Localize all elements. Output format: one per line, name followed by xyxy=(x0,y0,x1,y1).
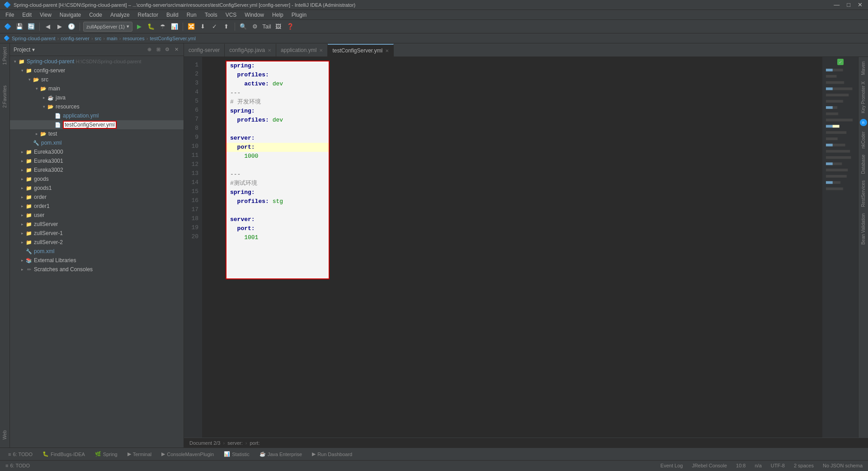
commit-button[interactable]: ✓ xyxy=(210,22,220,32)
help-button[interactable]: ❓ xyxy=(285,22,295,32)
nkcoder-icon[interactable]: n xyxy=(860,119,867,126)
right-panel-rest[interactable]: RestServices xyxy=(860,178,867,210)
bottom-tab-terminal[interactable]: ▶Terminal xyxy=(123,450,156,458)
menu-item-help[interactable]: Help xyxy=(269,11,287,19)
menu-item-view[interactable]: View xyxy=(36,11,55,19)
panel-label-project[interactable]: 1:Project xyxy=(1,43,8,68)
right-panel-bean[interactable]: Bean Validation xyxy=(860,211,867,247)
status-position[interactable]: 10:8 xyxy=(734,463,747,468)
tree-item-src[interactable]: ▾📂src xyxy=(10,75,184,84)
tree-item-user[interactable]: ▸📁user xyxy=(10,211,184,220)
tree-item-pom2[interactable]: 🔧pom.xml xyxy=(10,247,184,256)
tab-close-application-yml[interactable]: ✕ xyxy=(319,48,323,53)
status-event-log[interactable]: Event Log xyxy=(659,463,685,468)
menu-item-run[interactable]: Run xyxy=(183,11,200,19)
run-button[interactable]: ▶ xyxy=(134,22,144,32)
close-panel-button[interactable]: ✕ xyxy=(173,46,180,53)
breadcrumb-item-2[interactable]: src xyxy=(95,36,102,41)
close-button[interactable]: ✕ xyxy=(856,1,864,8)
bottom-tab-findbugs[interactable]: 🐛FindBugs-IDEA xyxy=(38,450,90,458)
tree-item-config-server[interactable]: ▾📁config-server xyxy=(10,66,184,75)
minimize-button[interactable]: — xyxy=(832,1,841,8)
code-editor[interactable]: spring: profiles: active: dev---# 开发环境sp… xyxy=(202,57,822,438)
profile-button[interactable]: 📊 xyxy=(170,22,179,32)
menu-item-plugin[interactable]: Plugin xyxy=(288,11,310,19)
tree-item-order[interactable]: ▸📁order xyxy=(10,193,184,202)
tree-item-Eureka3002[interactable]: ▸📁Eureka3002 xyxy=(10,165,184,174)
tree-item-main[interactable]: ▾📂main xyxy=(10,84,184,93)
add-button[interactable]: ⊕ xyxy=(146,46,153,53)
tree-item-resources[interactable]: ▾📂resources xyxy=(10,102,184,111)
panel-label-web[interactable]: Web xyxy=(1,427,8,443)
search-everywhere[interactable]: 🔍 xyxy=(238,22,248,32)
menu-item-edit[interactable]: Edit xyxy=(19,11,35,19)
recent-button[interactable]: 🕐 xyxy=(66,22,76,32)
status-indent[interactable]: 2 spaces xyxy=(792,463,816,468)
vcs-button[interactable]: 🔀 xyxy=(186,22,196,32)
titlebar-controls[interactable]: — □ ✕ xyxy=(832,1,864,8)
menu-item-code[interactable]: Code xyxy=(85,11,106,19)
breadcrumb-root[interactable]: Spring-cloud-parent xyxy=(12,36,56,41)
right-panel-maven[interactable]: Maven xyxy=(860,59,867,78)
tree-item-zullServer[interactable]: ▸📁zullServer xyxy=(10,220,184,229)
image-button[interactable]: 🖼 xyxy=(274,22,283,32)
status-todo[interactable]: ≡ 6: TODO xyxy=(4,463,32,468)
sync-button[interactable]: 🔄 xyxy=(26,22,36,32)
tree-item-order1[interactable]: ▸📁order1 xyxy=(10,202,184,211)
breadcrumb-item-4[interactable]: resources xyxy=(123,36,144,41)
editor-tab-config-server[interactable]: config-server xyxy=(184,44,225,57)
push-button[interactable]: ⬆ xyxy=(222,22,231,32)
menu-item-file[interactable]: File xyxy=(2,11,18,19)
status-encoding[interactable]: UTF-8 xyxy=(769,463,787,468)
right-panel-database[interactable]: Database xyxy=(860,152,867,177)
update-button[interactable]: ⬇ xyxy=(198,22,208,32)
tree-item-Eureka3001[interactable]: ▸📁Eureka3001 xyxy=(10,156,184,165)
tree-item-java[interactable]: ▸☕java xyxy=(10,93,184,102)
menu-item-build[interactable]: Build xyxy=(163,11,182,19)
doc-bc-port[interactable]: port: xyxy=(250,440,259,446)
bottom-tab-todo[interactable]: ≡6: TODO xyxy=(4,451,37,458)
tree-item-spring-cloud-parent[interactable]: ▾📁Spring-cloud-parent H:\CSDN\Spring-clo… xyxy=(10,57,184,66)
tab-close-configApp[interactable]: ✕ xyxy=(268,48,271,53)
status-jrebel[interactable]: JRebel Console xyxy=(690,463,729,468)
forward-button[interactable]: ▶ xyxy=(55,22,65,32)
tree-item-scratches[interactable]: ▸✏Scratches and Consoles xyxy=(10,265,184,274)
status-na[interactable]: n/a xyxy=(753,463,763,468)
tree-item-Eureka3000[interactable]: ▸📁Eureka3000 xyxy=(10,147,184,156)
tree-item-zullServer-1[interactable]: ▸📁zullServer-1 xyxy=(10,229,184,238)
expand-all-button[interactable]: ⊞ xyxy=(155,46,162,53)
editor-tab-testConfigServer-yml[interactable]: testConfigServer.yml✕ xyxy=(328,44,394,57)
tab-close-testConfigServer-yml[interactable]: ✕ xyxy=(385,48,389,53)
bottom-tab-consolemaven[interactable]: ▶ConsoleMavenPlugin xyxy=(157,450,218,458)
menu-item-refactor[interactable]: Refactor xyxy=(134,11,162,19)
right-panel-nkcoder[interactable]: nkCoder xyxy=(860,129,867,151)
breadcrumb-item-1[interactable]: config-server xyxy=(61,36,90,41)
tail-button[interactable]: Tail xyxy=(262,22,272,32)
tree-item-application-yml[interactable]: 📄application.yml xyxy=(10,111,184,120)
bottom-tab-run-dashboard[interactable]: ▶Run Dashboard xyxy=(307,450,357,458)
tree-item-goods1[interactable]: ▸📁goods1 xyxy=(10,184,184,193)
panel-label-favorites[interactable]: 2:Favorites xyxy=(1,82,8,111)
breadcrumb-item-5[interactable]: testConfigServer.yml xyxy=(150,36,195,41)
editor-tab-configApp[interactable]: configApp.java✕ xyxy=(225,44,276,57)
right-panel-key-promoter[interactable]: Key Promoter X xyxy=(860,79,867,116)
gear-icon[interactable]: ⚙ xyxy=(164,46,171,53)
tree-item-goods[interactable]: ▸📁goods xyxy=(10,174,184,184)
settings-button[interactable]: ⚙ xyxy=(250,22,260,32)
tree-item-test[interactable]: ▸📂test xyxy=(10,129,184,138)
coverage-button[interactable]: ☂ xyxy=(158,22,168,32)
tree-item-testConfigServer-yml[interactable]: 📄testConfigServer.yml xyxy=(10,120,184,129)
editor-tab-application-yml[interactable]: application.yml✕ xyxy=(276,44,328,57)
tree-item-pom[interactable]: 🔧pom.xml xyxy=(10,138,184,147)
project-icon[interactable]: 🔷 xyxy=(3,22,13,32)
bottom-tab-spring[interactable]: 🌿Spring xyxy=(90,450,122,458)
doc-bc-server[interactable]: server: xyxy=(227,440,243,446)
status-schema[interactable]: No JSON schema xyxy=(821,463,864,468)
tree-item-ext-libs[interactable]: ▸📚External Libraries xyxy=(10,256,184,265)
menu-item-vcs[interactable]: VCS xyxy=(222,11,241,19)
menu-item-tools[interactable]: Tools xyxy=(201,11,221,19)
breadcrumb-item-3[interactable]: main xyxy=(107,36,118,41)
bottom-tab-java-enterprise[interactable]: ☕Java Enterprise xyxy=(255,450,307,458)
editor-content[interactable]: 1234567891011121314151617181920 spring: … xyxy=(184,57,868,438)
menu-item-window[interactable]: Window xyxy=(241,11,268,19)
